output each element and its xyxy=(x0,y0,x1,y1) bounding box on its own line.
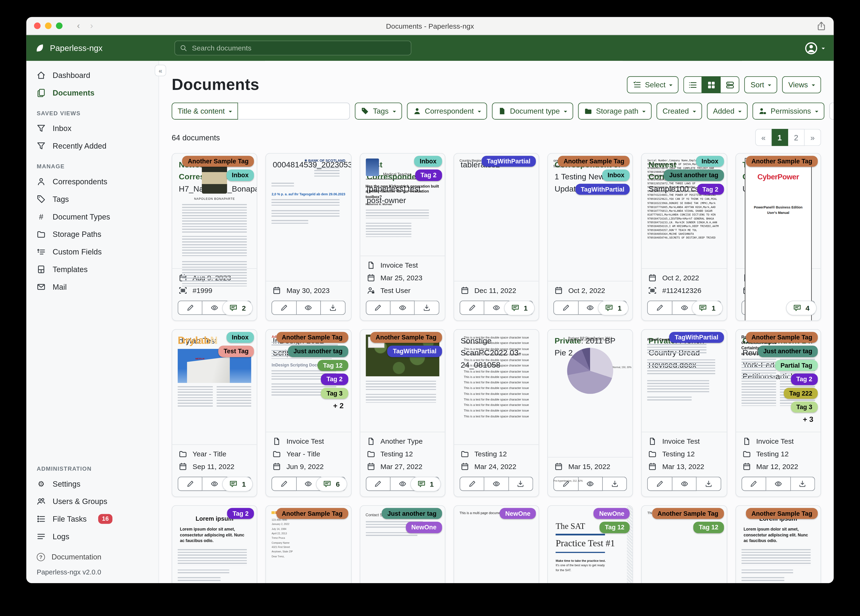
sidebar-item-document-types[interactable]: #Document Types xyxy=(26,208,159,226)
document-card[interactable]: CyberPowerPowerPanel® Business EditionUs… xyxy=(735,153,821,321)
tag-badge[interactable]: Another Sample Tag xyxy=(652,508,724,519)
document-card[interactable]: This is a test for the double space char… xyxy=(454,329,539,497)
tag-badge[interactable]: Another Sample Tag xyxy=(558,156,630,167)
tag-badge[interactable]: Another Sample Tag xyxy=(746,332,818,343)
document-card[interactable]: AdobeInDesign Scripting DocumentationAno… xyxy=(266,329,352,497)
tag-badge[interactable]: Another Sample Tag xyxy=(276,508,348,519)
tag-badge[interactable]: Just another tag xyxy=(382,508,442,519)
comments-badge[interactable]: 1 xyxy=(504,301,535,316)
tag-badge[interactable]: Partial Tag xyxy=(775,360,818,371)
tag-badge[interactable]: NewOne xyxy=(593,508,630,519)
document-card[interactable]: Another Sample TagTagWithPartial12sample… xyxy=(359,329,445,497)
tag-badge[interactable]: Another Sample Tag xyxy=(746,156,818,167)
tag-badge[interactable]: Tag 2 xyxy=(697,184,724,195)
view-cards-button[interactable] xyxy=(721,76,739,93)
document-card[interactable]: DrylabNNETFLIXInboxTest Tag1drylab TestY… xyxy=(171,329,257,497)
tag-badge[interactable]: Tag 2 xyxy=(227,508,254,519)
tag-badge[interactable]: Another Sample Tag xyxy=(182,156,254,167)
tag-badge[interactable]: Inbox xyxy=(414,156,442,167)
document-card[interactable]: Lorem ipsumLorem ipsum dolor sit amet, c… xyxy=(171,505,257,583)
sidebar-item-templates[interactable]: Templates xyxy=(26,261,159,278)
select-button[interactable]: Select xyxy=(627,76,679,93)
zoom-window-button[interactable] xyxy=(56,22,63,29)
tag-badge[interactable]: Inbox xyxy=(226,332,254,343)
tag-badge[interactable]: Tag 12 xyxy=(694,522,724,533)
document-card[interactable]: NAPOLEON BONAPARTEAnother Sample TagInbo… xyxy=(171,153,257,321)
filter-storage-path-button[interactable]: Storage path xyxy=(578,102,651,119)
tag-badge[interactable]: Inbox xyxy=(696,156,723,167)
tag-badge[interactable]: Tag 12 xyxy=(599,522,630,533)
sidebar-item-correspondents[interactable]: Correspondents xyxy=(26,173,159,190)
document-card[interactable]: French Country BreadTagWithPartialPrivat… xyxy=(642,329,727,497)
sidebar-item-logs[interactable]: Logs xyxy=(26,528,159,545)
tag-badge[interactable]: TagWithPartial xyxy=(387,346,442,357)
document-card[interactable]: This is a testAnother Sample TagTag 12 xyxy=(642,505,727,583)
documentation-link[interactable]: ?Documentation xyxy=(26,548,159,565)
tag-badge[interactable]: Tag 2 xyxy=(415,170,442,181)
tag-badge[interactable]: Inbox xyxy=(226,170,254,181)
close-window-button[interactable] xyxy=(34,22,41,29)
comments-badge[interactable]: 2 xyxy=(222,301,253,316)
sidebar-collapse-button[interactable]: « xyxy=(155,65,166,76)
document-card[interactable]: Lorem ipsumLorem ipsum dolor sit amet, c… xyxy=(735,505,821,583)
view-grid-button[interactable] xyxy=(702,76,721,93)
filter-created-button[interactable]: Created xyxy=(656,102,702,119)
sidebar-item-documents[interactable]: Documents xyxy=(26,84,159,102)
document-card[interactable]: Patient BP Distribution 2011Normal, 150,… xyxy=(547,329,633,497)
minimize-window-button[interactable] xyxy=(45,22,52,29)
tag-badge[interactable]: TagWithPartial xyxy=(575,184,630,195)
document-card[interactable]: Test Name123-456-7890January 2, 2022July… xyxy=(266,505,352,583)
search-input[interactable] xyxy=(191,43,406,53)
document-card[interactable]: Country,Region/State,"TagWithPartial1tab… xyxy=(454,153,539,321)
comments-badge[interactable]: 6 xyxy=(316,477,347,492)
document-card[interactable]: The SATPractice Test #1Make time to take… xyxy=(547,505,633,583)
document-card[interactable]: Serial Number,Company Name,Employe978818… xyxy=(642,153,727,321)
page-button-»[interactable]: » xyxy=(805,129,821,146)
tag-badge[interactable]: NewOne xyxy=(500,508,536,519)
tag-badge[interactable]: Tag 2 xyxy=(321,374,348,385)
sidebar-item-dashboard[interactable]: Dashboard xyxy=(26,66,159,84)
comments-badge[interactable]: 1 xyxy=(410,477,441,492)
sidebar-item-recently-added[interactable]: Recently Added xyxy=(26,137,159,155)
tag-badge[interactable]: Just another tag xyxy=(664,170,724,181)
field-selector-button[interactable]: Title & content xyxy=(171,102,238,119)
forward-icon[interactable]: › xyxy=(86,21,96,31)
filter-document-type-button[interactable]: Document type xyxy=(492,102,573,119)
comments-badge[interactable]: 4 xyxy=(786,301,816,316)
document-card[interactable]: This is a multi page document. Page 1.Ne… xyxy=(454,505,539,583)
page-button-2[interactable]: 2 xyxy=(788,129,805,146)
reset-filters-button[interactable]: × Reset filters xyxy=(829,102,834,119)
sidebar-item-file-tasks[interactable]: File Tasks16 xyxy=(26,510,159,528)
back-icon[interactable]: ‹ xyxy=(74,21,83,31)
brand[interactable]: Paperless-ngx xyxy=(35,43,103,53)
document-card[interactable]: Contact Sheet DemoJust another tagNewOne xyxy=(359,505,445,583)
tag-badge[interactable]: Tag 3 xyxy=(791,401,818,413)
tag-badge[interactable]: Tag 3 xyxy=(321,388,348,399)
view-list-button[interactable] xyxy=(684,76,702,93)
tag-badge[interactable]: Another Sample Tag xyxy=(746,508,818,519)
comments-badge[interactable]: 1 xyxy=(598,301,629,316)
tag-badge[interactable]: Another Sample Tag xyxy=(370,332,442,343)
sidebar-item-mail[interactable]: Mail xyxy=(26,278,159,296)
tag-badge[interactable]: NewOne xyxy=(406,522,442,533)
sidebar-item-storage-paths[interactable]: Storage Paths xyxy=(26,225,159,243)
sidebar-item-users-groups[interactable]: Users & Groups xyxy=(26,492,159,510)
tag-badge[interactable]: TagWithPartial xyxy=(669,332,724,343)
sort-button[interactable]: Sort xyxy=(744,76,777,93)
user-menu[interactable] xyxy=(805,41,825,55)
filter-tags-button[interactable]: Tags xyxy=(355,102,402,119)
comments-badge[interactable]: 1 xyxy=(692,301,723,316)
tag-badge[interactable]: Tag 2 xyxy=(791,374,818,385)
tag-badge[interactable]: Tag 12 xyxy=(318,360,348,371)
share-icon[interactable] xyxy=(816,21,826,30)
tag-badge[interactable]: Another Sample Tag xyxy=(276,332,348,343)
tag-badge[interactable]: TagWithPartial xyxy=(482,156,536,167)
filter-added-button[interactable]: Added xyxy=(707,102,748,119)
views-button[interactable]: Views xyxy=(782,76,821,93)
page-button-«[interactable]: « xyxy=(755,129,772,146)
page-button-1[interactable]: 1 xyxy=(772,129,788,146)
sidebar-item-settings[interactable]: ⚙Settings xyxy=(26,475,159,493)
filter-correspondent-button[interactable]: Correspondent xyxy=(407,102,487,119)
document-card[interactable]: one,1.0five,5.0Another Sample TagInboxTa… xyxy=(547,153,633,321)
filter-text-input[interactable] xyxy=(238,102,350,119)
